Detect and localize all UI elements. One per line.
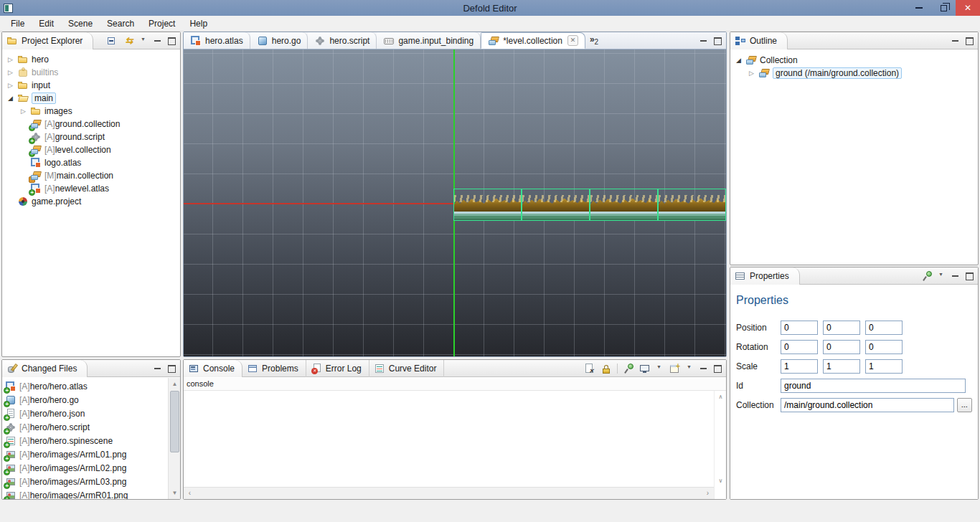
maximize-view-button[interactable] (713, 364, 722, 372)
menu-scene[interactable]: Scene (62, 17, 99, 30)
scrollbar-thumb[interactable] (170, 391, 179, 452)
changed-file-row[interactable]: +[A]hero/images/ArmR01.png (2, 488, 168, 499)
position-z-field[interactable] (865, 321, 903, 335)
collection-field[interactable] (781, 398, 954, 412)
outline-item-ground[interactable]: ▷ground (/main/ground.collection) (730, 67, 978, 80)
open-console-button[interactable] (669, 363, 681, 374)
minimize-view-button[interactable] (951, 272, 960, 280)
close-tab-icon[interactable] (567, 35, 578, 46)
ground-tile[interactable] (658, 189, 726, 221)
editor-tab-hero-go[interactable]: hero.go (250, 32, 308, 49)
minimize-view-button[interactable] (699, 364, 708, 372)
tree-item-main-collection[interactable]: [M]main.collection (2, 169, 180, 182)
maximize-view-button[interactable] (965, 272, 974, 280)
menu-help[interactable]: Help (183, 17, 214, 30)
menu-search[interactable]: Search (100, 17, 141, 30)
clear-console-button[interactable] (584, 363, 595, 374)
tab-overflow-button[interactable]: » 2 (585, 32, 603, 49)
rotation-x-field[interactable] (781, 340, 818, 354)
tab-console[interactable]: Console (184, 360, 242, 377)
pin-view-button[interactable] (921, 270, 933, 282)
menu-edit[interactable]: Edit (32, 17, 60, 30)
maximize-editor-button[interactable] (713, 37, 722, 44)
scroll-left-icon[interactable]: ‹ (184, 488, 196, 500)
changed-file-row[interactable]: +[A]hero/hero.json (2, 407, 168, 420)
console-vertical-scrollbar[interactable]: ∧ ∨ (714, 391, 726, 499)
outline-item-collection[interactable]: ◢Collection (730, 54, 978, 67)
scene-canvas[interactable] (184, 49, 726, 356)
minimize-view-button[interactable] (154, 364, 162, 372)
console-horizontal-scrollbar[interactable]: ‹ › (184, 487, 714, 499)
tree-item-images[interactable]: ▷images (2, 105, 180, 118)
tree-item-game-project[interactable]: game.project (2, 195, 180, 208)
editor-tab-level-collection[interactable]: *level.collection (481, 32, 585, 49)
ground-tile[interactable] (590, 189, 658, 221)
browse-collection-button[interactable]: ... (957, 398, 972, 412)
tab-error-log[interactable]: Error Log (306, 360, 369, 377)
ground-tile[interactable] (453, 189, 522, 221)
tree-item-input[interactable]: ▷input (2, 79, 180, 92)
tab-curve-editor[interactable]: Curve Editor (369, 360, 445, 377)
scroll-lock-button[interactable] (600, 363, 612, 374)
position-y-field[interactable] (823, 321, 860, 335)
tab-project-explorer[interactable]: Project Explorer (2, 32, 93, 49)
scroll-down-icon[interactable]: ∨ (715, 475, 727, 487)
ground-tile-strip[interactable] (453, 189, 726, 221)
open-console-menu-button[interactable] (686, 364, 694, 372)
expander-icon[interactable]: ▷ (748, 70, 755, 77)
tree-item-newlevel-atlas[interactable]: +[A]newlevel.atlas (2, 182, 180, 195)
changed-file-row[interactable]: +[A]hero/hero.atlas (2, 379, 168, 393)
tab-problems[interactable]: Problems (242, 360, 306, 377)
scroll-up-icon[interactable]: ▲ (169, 378, 180, 390)
changed-file-row[interactable]: +[A]hero/images/ArmL02.png (2, 461, 168, 475)
menu-file[interactable]: File (4, 17, 31, 30)
tree-item-ground-collection[interactable]: +[A]ground.collection (2, 118, 180, 130)
expander-icon[interactable]: ◢ (6, 95, 14, 102)
display-console-menu-button[interactable] (656, 364, 664, 372)
tab-changed-files[interactable]: Changed Files (2, 360, 88, 377)
changed-files-scrollbar[interactable]: ▲ ▼ (168, 378, 180, 499)
ground-tile[interactable] (522, 189, 590, 221)
minimize-view-button[interactable] (154, 37, 162, 44)
link-with-editor-button[interactable] (123, 35, 135, 47)
changed-file-row[interactable]: +[A]hero/hero.script (2, 420, 168, 434)
maximize-view-button[interactable] (965, 37, 974, 44)
tree-item-builtins[interactable]: ▷builtins (2, 66, 180, 79)
changed-file-row[interactable]: +[A]hero/images/ArmL03.png (2, 475, 168, 488)
rotation-z-field[interactable] (865, 340, 903, 354)
collapse-all-button[interactable] (107, 35, 118, 47)
minimize-view-button[interactable] (951, 37, 960, 44)
changed-file-row[interactable]: +[A]hero/hero.go (2, 393, 168, 407)
tree-item-logo-atlas[interactable]: logo.atlas (2, 156, 180, 169)
expander-icon[interactable]: ▷ (6, 69, 14, 76)
scroll-down-icon[interactable]: ▼ (169, 487, 180, 499)
tree-item-level-collection[interactable]: +[A]level.collection (2, 143, 180, 156)
editor-tab-hero-atlas[interactable]: hero.atlas (184, 32, 250, 49)
display-console-button[interactable] (639, 363, 651, 374)
menu-project[interactable]: Project (142, 17, 182, 30)
tree-item-hero[interactable]: ▷hero (2, 53, 180, 66)
view-menu-button[interactable] (140, 37, 149, 44)
editor-tab-hero-script[interactable]: hero.script (308, 32, 377, 49)
changed-file-row[interactable]: +[A]hero/hero.spinescene (2, 434, 168, 447)
tab-properties[interactable]: Properties (730, 267, 800, 285)
tab-outline[interactable]: Outline (730, 32, 788, 49)
expander-icon[interactable]: ▷ (19, 108, 27, 115)
scale-y-field[interactable] (823, 359, 860, 374)
position-x-field[interactable] (781, 321, 818, 335)
tree-item-main[interactable]: ◢main (2, 92, 180, 105)
rotation-y-field[interactable] (823, 340, 860, 354)
maximize-view-button[interactable] (167, 364, 176, 372)
minimize-editor-button[interactable] (699, 37, 708, 44)
scale-z-field[interactable] (865, 359, 903, 374)
console-output[interactable]: ∧ ∨ ‹ › (184, 391, 726, 499)
id-field[interactable] (781, 379, 966, 393)
changed-file-row[interactable]: +[A]hero/images/ArmL01.png (2, 447, 168, 461)
scroll-right-icon[interactable]: › (702, 488, 714, 500)
view-menu-button[interactable] (938, 272, 946, 280)
expander-icon[interactable]: ◢ (735, 57, 743, 64)
editor-tab-game-input-binding[interactable]: game.input_binding (377, 32, 481, 49)
pin-console-button[interactable] (623, 363, 634, 374)
tree-item-ground-script[interactable]: +[A]ground.script (2, 130, 180, 143)
expander-icon[interactable]: ▷ (6, 82, 14, 89)
